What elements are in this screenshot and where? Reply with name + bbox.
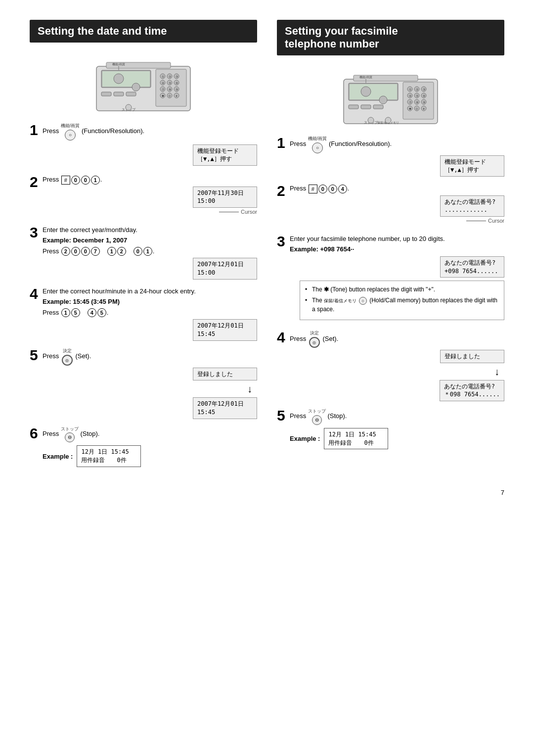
right-step-content-1: Press 機能/画質 ○ (Function/Resolution). 機能登… [290,136,504,177]
page-layout: Setting the date and time ① ② ③ [30,20,504,474]
right-step3-note: The ✱ (Tone) button replaces the digit w… [300,281,504,320]
svg-text:⑨: ⑨ [176,88,178,91]
svg-text:機能/画質: 機能/画質 [112,63,125,66]
svg-text:③: ③ [176,75,178,78]
svg-point-37 [126,104,132,110]
svg-text:０: ０ [415,107,418,110]
svg-point-67 [361,87,371,96]
right-step5-example-label: Example : [290,434,320,444]
svg-text:⑥: ⑥ [423,94,425,97]
step-content-4: Enter the correct hour/minute in a 24-ho… [43,286,257,341]
svg-text:①: ① [162,75,164,78]
step3-main: Enter the correct year/month/day. [43,225,257,235]
svg-text:機能/画質: 機能/画質 [359,76,372,79]
svg-rect-3 [102,71,150,87]
right-step-2: 2 Press #004. あなたの電話番号? ............ Cur… [277,184,504,227]
step6-stop-btn: ストップ ⊖ [61,426,79,443]
left-section-title: Setting the date and time [30,20,257,43]
step-content-6: Press ストップ ⊖ (Stop). Example : 12月 1日 15… [43,426,257,467]
step1-screen: 機能登録モード ［▼,▲］押す [193,144,257,166]
right-step-content-3: Enter your facsimile telephone number, u… [290,234,504,324]
step5-screen2: 2007年12月01日 15:45 [193,397,257,419]
svg-text:⑦: ⑦ [162,88,164,91]
svg-text:⑥: ⑥ [176,82,178,85]
right-section-title: Setting your facsimile telephone number [277,20,504,55]
svg-text:⑦: ⑦ [409,101,411,104]
svg-text:⑨: ⑨ [423,101,425,104]
step-number-1: 1 [30,123,41,138]
step6-example-label: Example : [43,452,73,462]
page-number: 7 [30,489,504,496]
step-number-4: 4 [30,286,41,301]
step4-main: Enter the correct hour/minute in a 24-ho… [43,286,257,296]
right-step-3: 3 Enter your facsimile telephone number,… [277,234,504,324]
right-step-4: 4 Press 決定 ◎ (Set). 登録しました ↓ [277,330,504,401]
right-step-number-5: 5 [277,408,288,423]
svg-text:⑧: ⑧ [416,101,418,104]
svg-point-30 [132,83,140,91]
right-step4-arrow: ↓ [302,364,504,379]
svg-text:＃: ＃ [175,94,178,97]
right-step4-screen2: あなたの電話番号? ＊098 7654...... [440,380,504,402]
step6-example-screen: 12月 1日 15:45 用件録音 0件 [77,445,141,467]
step5-arrow: ↓ [43,381,257,396]
step-content-5: Press 決定 ◎ (Set). 登録しました ↓ 2007年12月01日 [43,348,257,419]
right-step-content-4: Press 決定 ◎ (Set). 登録しました ↓ あなたの電話番号? [290,330,504,401]
right-step-number-3: 3 [277,234,288,249]
step2-screen: 2007年11月30日 15:00 [193,187,257,208]
right-step5-stop-btn: ストップ ⊖ [308,408,326,425]
fax-diagram-right: ① ② ③ ④ ⑤ ⑥ ⑦ ⑧ ⑨ ✱ ０ [277,64,504,129]
left-step-3: 3 Enter the correct year/month/day. Exam… [30,225,257,280]
svg-point-29 [114,74,124,84]
left-step-4: 4 Enter the correct hour/minute in a 24-… [30,286,257,341]
right-step-number-2: 2 [277,184,288,198]
left-step-2: 2 Press #001. 2007年11月30日 15:00 Cursor [30,175,257,218]
right-step-number-1: 1 [277,136,288,150]
step2-text: Press #001. [43,176,102,183]
svg-rect-71 [373,105,383,109]
svg-point-68 [379,96,387,104]
step-number-5: 5 [30,348,41,363]
right-step2-cursor: Cursor [466,217,504,225]
svg-text:①: ① [409,88,411,91]
svg-text:④: ④ [162,82,164,85]
step-number-6: 6 [30,426,41,441]
svg-text:＃: ＃ [422,107,425,110]
step-content-2: Press #001. 2007年11月30日 15:00 Cursor [43,175,257,218]
right-step1-function-btn: 機能/画質 ○ [308,136,327,153]
svg-text:０: ０ [168,94,171,97]
step4-example: Press 15 45. [43,308,257,318]
left-step-1: 1 Press 機能/画質 ○ (Function/Resolution). 機… [30,123,257,168]
svg-rect-33 [126,92,136,96]
step4-screen: 2007年12月01日 15:45 [193,319,257,341]
svg-point-77 [385,117,391,123]
step6-text: Press ストップ ⊖ (Stop). [43,430,99,437]
right-step1-screen: 機能登録モード ［▼,▲］押す [440,155,504,177]
step3-screen: 2007年12月01日 15:00 [193,258,257,280]
right-step3-main: Enter your facsimile telephone number, u… [290,234,504,244]
svg-rect-32 [114,92,124,96]
step-number-3: 3 [30,225,41,240]
step4-example-bold: Example: 15:45 (3:45 PM) [43,297,257,307]
right-step4-screen1: 登録しました [440,350,504,363]
right-step-content-5: Press ストップ ⊖ (Stop). Example : 12月 1日 15… [290,408,504,449]
right-step3-example-bold: Example: +098 7654·· [290,244,504,254]
left-column: Setting the date and time ① ② ③ [30,20,257,474]
right-step3-screen: あなたの電話番号? +098 7654...... [440,256,504,278]
step3-example-bold: Example: December 1, 2007 [43,236,257,245]
svg-point-75 [368,117,374,123]
svg-text:②: ② [169,75,171,78]
right-step4-set-btn: 決定 ◎ [308,330,321,348]
svg-rect-41 [350,84,397,99]
fax-diagram-left: ① ② ③ ④ ⑤ ⑥ ⑦ ⑧ ⑨ ✱ ０ [30,51,257,116]
step1-text-after: (Function/Resolution). [82,127,144,135]
svg-text:✱: ✱ [409,107,411,110]
step2-cursor: Cursor [219,208,257,216]
step5-set-btn: 決定 ◎ [61,348,74,366]
svg-text:⑧: ⑧ [169,88,171,91]
right-column: Setting your facsimile telephone number … [277,20,504,474]
step1-function-btn: 機能/画質 ○ [61,123,80,141]
right-step-1: 1 Press 機能/画質 ○ (Function/Resolution). 機… [277,136,504,177]
svg-text:⑤: ⑤ [169,82,171,85]
right-step-content-2: Press #004. あなたの電話番号? ............ Curso… [290,184,504,227]
